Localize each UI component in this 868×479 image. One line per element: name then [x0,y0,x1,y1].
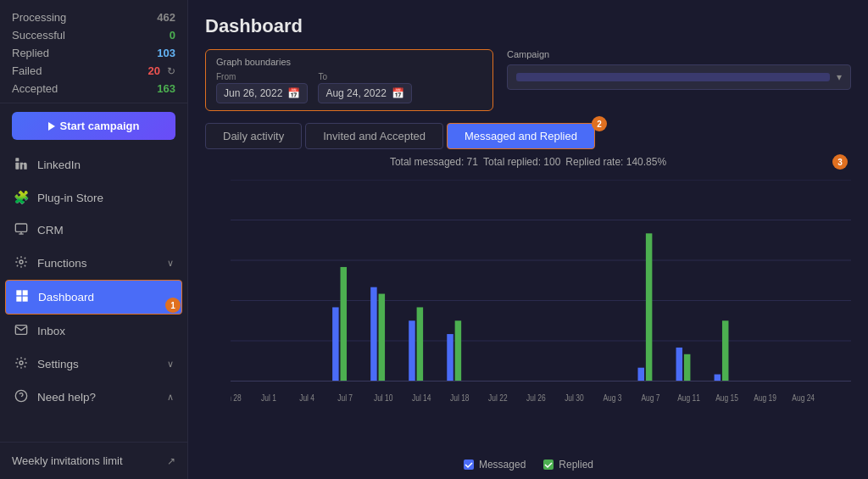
bar-replied-3 [341,267,348,382]
sidebar-footer: Weekly invitations limit ↗ [0,442,187,479]
plugin-store-icon: 🧩 [14,190,29,205]
svg-text:Jul 10: Jul 10 [374,393,393,403]
start-campaign-button[interactable]: Start campaign [12,112,175,140]
bar-replied-11 [684,354,691,382]
bar-messaged-10 [637,368,644,382]
bar-messaged-11 [676,348,683,382]
svg-rect-8 [16,297,21,302]
bar-messaged-5 [409,320,415,381]
bar-replied-6 [455,320,462,381]
sidebar-item-dashboard[interactable]: Dashboard [5,280,182,315]
tab-wrapper-messaged: Messaged and Replied 2 [447,123,598,149]
from-date-value: Jun 26, 2022 [224,87,282,99]
to-label: To [318,72,411,81]
bar-messaged-12 [715,375,721,382]
weekly-invitations-limit[interactable]: Weekly invitations limit ↗ [12,449,175,472]
bar-replied-12 [722,320,729,381]
stat-value-successful: 0 [170,29,175,42]
graph-boundaries-box: Graph boundaries From Jun 26, 2022 📅 To … [205,49,493,111]
sidebar-item-settings-label: Settings [37,358,79,370]
sidebar-nav: LinkedIn 🧩 Plug-in Store CRM [0,148,187,442]
sidebar-item-dashboard-label: Dashboard [38,291,94,304]
svg-rect-43 [543,460,554,470]
stat-label-processing: Processing [12,11,66,24]
svg-text:Jul 26: Jul 26 [526,393,546,403]
svg-rect-2 [15,224,26,231]
stat-value-processing: 462 [157,11,175,24]
campaign-dropdown-icon: ▾ [837,71,842,83]
sidebar-item-need-help[interactable]: Need help? ∧ [0,381,187,414]
sidebar: Processing 462 Successful 0 Replied 103 … [0,0,188,479]
stat-row-successful: Successful 0 [12,26,175,44]
sidebar-stats: Processing 462 Successful 0 Replied 103 … [0,0,187,103]
messaged-checkbox-icon [463,459,475,471]
legend-messaged-label: Messaged [479,459,526,471]
refresh-icon[interactable]: ↻ [167,65,175,77]
svg-rect-7 [23,290,28,295]
svg-point-5 [19,260,23,264]
svg-rect-42 [464,460,474,470]
start-campaign-label: Start campaign [60,120,140,132]
inbox-icon [14,323,29,339]
svg-point-10 [19,361,23,365]
svg-rect-6 [16,290,21,295]
bar-replied-4 [379,294,386,382]
main-content: Dashboard Graph boundaries From Jun 26, … [188,0,868,479]
play-icon [48,122,55,131]
svg-text:Jul 4: Jul 4 [299,393,314,403]
sidebar-item-crm[interactable]: CRM [0,214,187,247]
from-date-input[interactable]: Jun 26, 2022 📅 [216,83,308,103]
stat-label-successful: Successful [12,29,65,42]
campaign-select[interactable]: ▾ [507,64,851,90]
svg-text:Jun 28: Jun 28 [231,393,242,403]
svg-text:Jul 7: Jul 7 [337,393,353,403]
dashboard-badge-1: 1 [165,298,181,313]
svg-text:Aug 7: Aug 7 [641,393,659,403]
sidebar-item-inbox[interactable]: Inbox [0,315,187,348]
svg-text:Aug 15: Aug 15 [715,393,738,403]
campaign-value-bar [516,73,830,81]
campaign-label: Campaign [507,49,851,59]
sidebar-item-functions[interactable]: Functions ∨ [0,247,187,280]
sidebar-item-need-help-label: Need help? [37,391,96,404]
svg-rect-9 [23,297,28,302]
stats-total-replied: Total replied: 100 [483,156,560,168]
to-date-field: To Aug 24, 2022 📅 [318,72,411,103]
svg-text:Jul 18: Jul 18 [450,393,470,403]
sidebar-item-settings[interactable]: Settings ∨ [0,348,187,381]
from-calendar-icon: 📅 [287,87,300,99]
stat-value-replied: 103 [157,47,175,59]
stat-value-failed: 20 [148,64,160,77]
stat-row-failed: Failed 20 ↻ [12,62,175,80]
graph-boundaries-label: Graph boundaries [216,57,482,67]
sidebar-item-inbox-label: Inbox [37,325,65,337]
svg-rect-1 [15,163,19,170]
dashboard-icon [14,289,30,305]
from-date-field: From Jun 26, 2022 📅 [216,72,308,103]
tab-messaged-replied[interactable]: Messaged and Replied [447,123,595,149]
tab-daily-activity[interactable]: Daily activity [205,123,302,149]
bar-messaged-6 [447,334,453,381]
sidebar-item-functions-label: Functions [37,257,87,270]
stat-label-accepted: Accepted [12,82,58,95]
weekly-invitations-label: Weekly invitations limit [12,454,123,467]
bar-replied-5 [417,307,424,381]
help-icon [14,389,29,405]
sidebar-item-plugin-store[interactable]: 🧩 Plug-in Store [0,181,187,214]
tab-invited-accepted[interactable]: Invited and Accepted [305,123,443,149]
graph-controls: Graph boundaries From Jun 26, 2022 📅 To … [205,49,851,111]
stat-row-processing: Processing 462 [12,8,175,26]
tabs-row: Daily activity Invited and Accepted Mess… [205,123,851,149]
campaign-box: Campaign ▾ [507,49,851,90]
svg-text:Aug 24: Aug 24 [792,393,815,403]
svg-text:Jul 30: Jul 30 [565,393,584,403]
to-calendar-icon: 📅 [392,87,404,99]
external-link-icon: ↗ [167,455,175,467]
svg-text:Jul 22: Jul 22 [488,393,508,403]
legend-replied: Replied [542,459,593,471]
to-date-input[interactable]: Aug 24, 2022 📅 [318,83,411,103]
sidebar-item-linkedin[interactable]: LinkedIn [0,148,187,181]
sidebar-item-plugin-store-label: Plug-in Store [37,192,103,204]
legend-messaged: Messaged [463,459,526,471]
crm-icon [14,222,29,238]
